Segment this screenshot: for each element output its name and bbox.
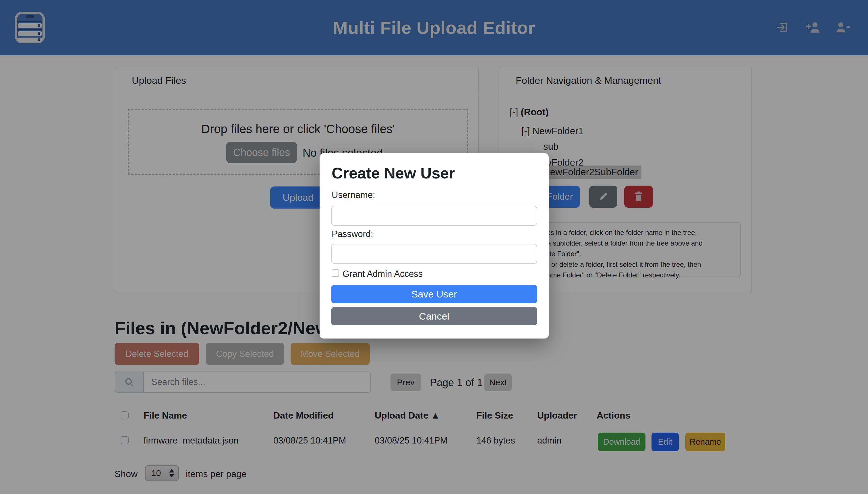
username-label: Username: [332,190,375,200]
modal-title: Create New User [332,164,455,182]
grant-admin-checkbox[interactable] [332,269,339,277]
username-field[interactable] [331,206,537,226]
cancel-button[interactable]: Cancel [331,307,537,325]
create-user-modal: Create New User Username: Password: Gran… [320,153,549,339]
grant-admin-label: Grant Admin Access [343,269,423,279]
password-label: Password: [332,229,373,239]
app-root: Multi File Upload Editor Upload Files Dr… [0,0,868,494]
password-field[interactable] [331,244,537,264]
save-user-button[interactable]: Save User [331,285,537,303]
